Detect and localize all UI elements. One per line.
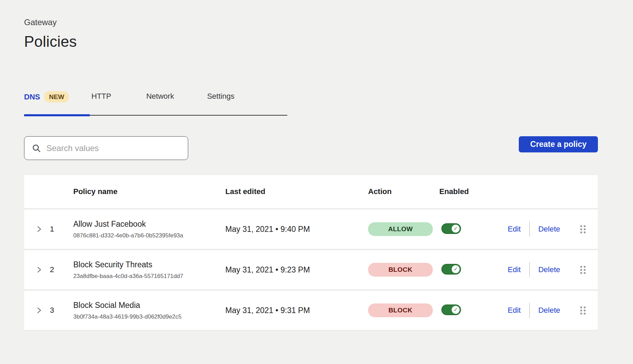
toggle-check-icon: ✓ (452, 306, 460, 314)
action-badge: ALLOW (368, 222, 433, 236)
table-body: 1 Allow Just Facebook 0876c881-d332-4e0b… (24, 210, 598, 330)
tab-settings[interactable]: Settings (207, 91, 235, 114)
policy-uuid: 23a8dfbe-baaa-4c0d-a36a-557165171dd7 (73, 273, 225, 280)
action-badge: BLOCK (368, 303, 433, 317)
row-number: 1 (50, 225, 73, 234)
enabled-cell: ✓ (439, 223, 494, 235)
toolbar: Create a policy (24, 136, 598, 160)
delete-link[interactable]: Delete (538, 225, 560, 234)
enabled-toggle[interactable]: ✓ (441, 223, 461, 234)
edit-link[interactable]: Edit (508, 306, 521, 315)
toggle-check-icon: ✓ (452, 265, 460, 273)
column-header-enabled: Enabled (439, 187, 494, 196)
policy-uuid: 0876c881-d332-4e0b-a7b6-0b52395fe93a (73, 232, 225, 239)
drag-handle-icon[interactable] (580, 225, 598, 233)
row-actions: Edit Delete (494, 303, 573, 318)
link-divider (529, 262, 530, 277)
table-row: 2 Block Security Threats 23a8dfbe-baaa-4… (24, 250, 598, 289)
row-number: 3 (50, 306, 73, 315)
page-title: Policies (24, 32, 598, 52)
enabled-toggle[interactable]: ✓ (441, 264, 461, 275)
search-icon (32, 144, 41, 153)
policy-name-cell: Allow Just Facebook 0876c881-d332-4e0b-a… (73, 219, 225, 239)
delete-link[interactable]: Delete (538, 306, 560, 315)
enabled-cell: ✓ (439, 304, 494, 317)
row-number: 2 (50, 265, 73, 274)
tab-http[interactable]: HTTP (92, 91, 111, 114)
policy-uuid: 3b0f734a-48a3-4619-99b3-d062f0d9e2c5 (73, 313, 225, 320)
search-box[interactable] (24, 136, 188, 160)
row-actions: Edit Delete (494, 222, 573, 237)
tab-dns[interactable]: DNS NEW (24, 91, 69, 115)
active-tab-indicator (24, 114, 90, 116)
breadcrumb[interactable]: Gateway (24, 0, 598, 28)
policy-name: Allow Just Facebook (73, 219, 225, 229)
page-content: Gateway Policies DNS NEW HTTP Network Se… (24, 0, 598, 330)
new-badge: NEW (44, 91, 69, 103)
policy-name: Block Social Media (73, 300, 225, 310)
tab-settings-label: Settings (207, 91, 235, 101)
column-header-policy-name: Policy name (73, 187, 225, 196)
table-row: 1 Allow Just Facebook 0876c881-d332-4e0b… (24, 210, 598, 249)
enabled-cell: ✓ (439, 264, 494, 276)
expand-chevron-icon[interactable] (36, 266, 50, 273)
tab-http-label: HTTP (92, 91, 111, 101)
policy-name: Block Security Threats (73, 260, 225, 269)
search-input[interactable] (46, 143, 180, 153)
action-cell: BLOCK (368, 263, 439, 277)
link-divider (529, 303, 530, 318)
tab-dns-label: DNS (24, 92, 40, 102)
policy-name-cell: Block Social Media 3b0f734a-48a3-4619-99… (73, 300, 225, 320)
drag-handle-icon[interactable] (580, 307, 598, 314)
column-header-last-edited: Last edited (225, 187, 368, 196)
delete-link[interactable]: Delete (538, 265, 560, 274)
tab-bar: DNS NEW HTTP Network Settings (24, 91, 287, 116)
row-actions: Edit Delete (494, 262, 573, 277)
link-divider (529, 222, 530, 237)
expand-chevron-icon[interactable] (36, 226, 50, 233)
tab-network[interactable]: Network (146, 91, 174, 114)
policy-name-cell: Block Security Threats 23a8dfbe-baaa-4c0… (73, 260, 225, 280)
last-edited: May 31, 2021 • 9:40 PM (225, 225, 368, 234)
last-edited: May 31, 2021 • 9:31 PM (225, 306, 368, 315)
toggle-check-icon: ✓ (452, 225, 460, 233)
edit-link[interactable]: Edit (508, 225, 521, 234)
last-edited: May 31, 2021 • 9:23 PM (225, 265, 368, 275)
table-row: 3 Block Social Media 3b0f734a-48a3-4619-… (24, 291, 598, 330)
expand-chevron-icon[interactable] (36, 307, 50, 314)
policies-table: Policy name Last edited Action Enabled 1… (24, 175, 598, 330)
enabled-toggle[interactable]: ✓ (441, 304, 461, 315)
drag-handle-icon[interactable] (580, 266, 598, 274)
column-header-action: Action (368, 187, 439, 196)
table-header-row: Policy name Last edited Action Enabled (24, 175, 598, 208)
edit-link[interactable]: Edit (508, 265, 521, 274)
tab-network-label: Network (146, 91, 174, 101)
action-cell: BLOCK (368, 303, 439, 317)
action-cell: ALLOW (368, 222, 439, 236)
action-badge: BLOCK (368, 263, 433, 277)
create-policy-button[interactable]: Create a policy (519, 136, 598, 152)
